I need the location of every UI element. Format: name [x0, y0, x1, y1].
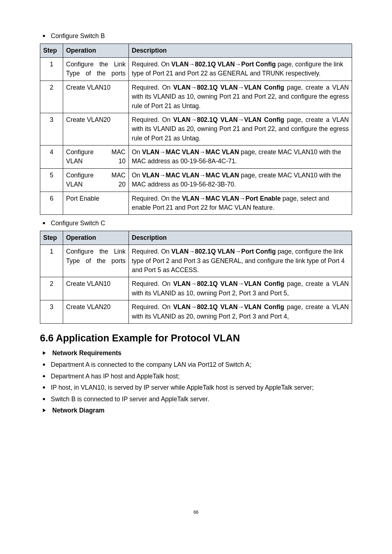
cell-step: 6: [40, 192, 63, 215]
table-header-row: Step Operation Description: [40, 231, 352, 245]
desc-bold: VLAN→802.1Q VLAN→Port Config: [171, 248, 276, 255]
table-row: 5 Configure MAC VLAN 20 On VLAN→MAC VLAN…: [40, 168, 352, 192]
cell-step: 2: [40, 81, 63, 113]
cell-operation: Create VLAN20: [63, 300, 129, 324]
cell-description: Required. On VLAN→802.1Q VLAN→VLAN Confi…: [129, 113, 352, 145]
cell-step: 1: [40, 58, 63, 81]
req-bullet: Department A is connected to the company…: [40, 361, 352, 369]
cell-step: 4: [40, 145, 63, 169]
bullet-text: Configure Switch C: [51, 219, 105, 228]
req-bullet: Department A has IP host and AppleTalk h…: [40, 372, 352, 381]
cell-description: On VLAN→MAC VLAN→MAC VLAN page, create M…: [129, 168, 352, 192]
desc-bold: VLAN→802.1Q VLAN→VLAN Config: [173, 116, 284, 123]
bullet-text: Switch B is connected to IP server and A…: [51, 395, 209, 404]
desc-pre: Required. On: [132, 84, 173, 91]
desc-bold: VLAN→802.1Q VLAN→Port Config: [171, 61, 276, 68]
table-row: 3 Create VLAN20 Required. On VLAN→802.1Q…: [40, 300, 352, 324]
desc-pre: Required. On: [132, 116, 173, 123]
sub-title: Network Requirements: [52, 349, 122, 358]
bullet-configure-switch-b: Configure Switch B: [40, 32, 352, 41]
th-description: Description: [129, 44, 352, 57]
desc-pre: On: [132, 148, 142, 156]
req-bullet: IP host, in VLAN10, is served by IP serv…: [40, 383, 352, 392]
th-step: Step: [40, 44, 63, 57]
th-operation: Operation: [63, 231, 129, 245]
section-heading: 6.6 Application Example for Protocol VLA…: [40, 332, 352, 345]
desc-pre: On: [132, 172, 142, 179]
network-requirements-heading: Network Requirements: [40, 349, 352, 358]
cell-step: 2: [40, 277, 63, 300]
cell-operation: Configure MAC VLAN 20: [63, 168, 129, 192]
bullet-text: Configure Switch B: [51, 32, 105, 41]
desc-pre: Required. On: [132, 248, 171, 255]
desc-bold: VLAN→MAC VLAN→MAC VLAN: [142, 148, 239, 156]
bullet-icon: [43, 398, 45, 400]
table-row: 2 Create VLAN10 Required. On VLAN→802.1Q…: [40, 277, 352, 300]
th-operation: Operation: [63, 44, 129, 57]
cell-operation: Configure the Link Type of the ports: [63, 58, 129, 81]
cell-description: Required. On VLAN→802.1Q VLAN→VLAN Confi…: [129, 81, 352, 113]
desc-bold: VLAN→MAC VLAN→MAC VLAN: [142, 172, 239, 179]
sub-title: Network Diagram: [52, 406, 105, 415]
table-switch-c: Step Operation Description 1 Configure t…: [40, 231, 352, 324]
table-row: 2 Create VLAN10 Required. On VLAN→802.1Q…: [40, 81, 352, 113]
desc-bold: VLAN→802.1Q VLAN→VLAN Config: [173, 303, 284, 311]
table-row: 1 Configure the Link Type of the ports R…: [40, 58, 352, 81]
desc-bold: VLAN→MAC VLAN→Port Enable: [182, 195, 281, 202]
desc-bold: VLAN→802.1Q VLAN→VLAN Config: [173, 280, 284, 287]
cell-operation: Create VLAN20: [63, 113, 129, 145]
req-bullet: Switch B is connected to IP server and A…: [40, 395, 352, 404]
page-number: 66: [40, 509, 352, 515]
desc-bold: VLAN→802.1Q VLAN→VLAN Config: [173, 84, 284, 91]
desc-pre: Required. On the: [132, 195, 182, 202]
table-row: 3 Create VLAN20 Required. On VLAN→802.1Q…: [40, 113, 352, 145]
cell-step: 3: [40, 300, 63, 324]
cell-description: Required. On VLAN→802.1Q VLAN→Port Confi…: [129, 245, 352, 277]
table-row: 1 Configure the Link Type of the ports R…: [40, 245, 352, 277]
bullet-icon: [43, 35, 45, 37]
cell-step: 1: [40, 245, 63, 277]
cell-operation: Create VLAN10: [63, 277, 129, 300]
bullet-icon: [43, 386, 45, 389]
cell-description: Required. On VLAN→802.1Q VLAN→Port Confi…: [129, 58, 352, 81]
bullet-icon: [43, 375, 45, 377]
bullet-text: Department A is connected to the company…: [51, 361, 252, 369]
table-row: 4 Configure MAC VLAN 10 On VLAN→MAC VLAN…: [40, 145, 352, 169]
bullet-icon: [43, 364, 45, 366]
table-header-row: Step Operation Description: [40, 44, 352, 57]
bullet-text: IP host, in VLAN10, is served by IP serv…: [51, 383, 314, 392]
th-description: Description: [129, 231, 352, 245]
cell-operation: Port Enable: [63, 192, 129, 215]
cell-step: 3: [40, 113, 63, 145]
cell-operation: Create VLAN10: [63, 81, 129, 113]
desc-pre: Required. On: [132, 303, 173, 311]
bullet-icon: [43, 222, 45, 224]
cell-description: On VLAN→MAC VLAN→MAC VLAN page, create M…: [129, 145, 352, 169]
desc-pre: Required. On: [132, 280, 173, 287]
table-switch-b: Step Operation Description 1 Configure t…: [40, 44, 352, 215]
network-diagram-heading: Network Diagram: [40, 406, 352, 415]
table-row: 6 Port Enable Required. On the VLAN→MAC …: [40, 192, 352, 215]
cell-description: Required. On the VLAN→MAC VLAN→Port Enab…: [129, 192, 352, 215]
bullet-configure-switch-c: Configure Switch C: [40, 219, 352, 228]
cell-step: 5: [40, 168, 63, 192]
triangle-icon: [43, 409, 46, 412]
cell-description: Required. On VLAN→802.1Q VLAN→VLAN Confi…: [129, 300, 352, 324]
cell-operation: Configure the Link Type of the ports: [63, 245, 129, 277]
desc-pre: Required. On: [132, 61, 171, 68]
cell-description: Required. On VLAN→802.1Q VLAN→VLAN Confi…: [129, 277, 352, 300]
bullet-text: Department A has IP host and AppleTalk h…: [51, 372, 180, 381]
triangle-icon: [43, 351, 46, 355]
th-step: Step: [40, 231, 63, 245]
cell-operation: Configure MAC VLAN 10: [63, 145, 129, 169]
